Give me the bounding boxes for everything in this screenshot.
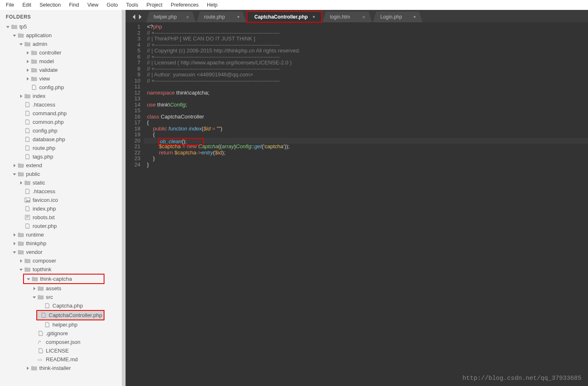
expand-arrow-icon[interactable] bbox=[19, 42, 23, 46]
file-icon bbox=[24, 215, 31, 220]
menu-goto[interactable]: Goto bbox=[102, 2, 122, 8]
folder-icon bbox=[31, 76, 37, 82]
file-item[interactable]: CaptchaController.php bbox=[37, 311, 104, 320]
tab-helper-php[interactable]: helper.php× bbox=[146, 12, 196, 22]
folder-item[interactable]: tp5 bbox=[0, 22, 125, 31]
menu-project[interactable]: Project bbox=[142, 2, 167, 8]
file-item[interactable]: tags.php bbox=[0, 152, 125, 161]
file-item[interactable]: .htaccess bbox=[0, 100, 125, 109]
file-item[interactable]: .gitignore bbox=[0, 329, 125, 338]
svg-text:<>: <> bbox=[38, 358, 43, 362]
expand-arrow-icon[interactable] bbox=[19, 259, 23, 263]
file-icon bbox=[24, 111, 31, 116]
close-icon[interactable]: × bbox=[181, 14, 189, 20]
menu-help[interactable]: Help bbox=[203, 2, 222, 8]
file-item[interactable]: .htaccess bbox=[0, 187, 125, 196]
folder-item[interactable]: validate bbox=[0, 66, 125, 74]
expand-arrow-icon[interactable] bbox=[19, 94, 23, 98]
folder-item[interactable]: think-installer bbox=[0, 364, 125, 372]
folder-item[interactable]: thinkphp bbox=[0, 239, 125, 248]
tab-route-php[interactable]: route.php• bbox=[197, 12, 246, 22]
file-item[interactable]: index.php bbox=[0, 204, 125, 213]
expand-arrow-icon[interactable] bbox=[26, 59, 30, 64]
file-item[interactable]: config.php bbox=[0, 126, 125, 135]
scrollbar[interactable] bbox=[122, 10, 125, 386]
file-icon bbox=[44, 322, 50, 328]
expand-arrow-icon[interactable] bbox=[12, 172, 17, 176]
tree-label: .htaccess bbox=[33, 102, 55, 108]
menu-view[interactable]: View bbox=[83, 2, 102, 8]
expand-arrow-icon[interactable] bbox=[26, 51, 30, 55]
expand-arrow-icon[interactable] bbox=[12, 250, 17, 254]
expand-arrow-icon[interactable] bbox=[26, 366, 30, 370]
code-editor[interactable]: 123456789101112131415161718192021222324 … bbox=[126, 22, 588, 386]
menu-edit[interactable]: Edit bbox=[18, 2, 36, 8]
folder-item[interactable]: application bbox=[0, 31, 125, 40]
folder-item[interactable]: src bbox=[0, 293, 125, 301]
file-icon bbox=[24, 197, 31, 203]
file-icon bbox=[24, 128, 31, 134]
folder-item[interactable]: static bbox=[0, 178, 125, 187]
folder-icon bbox=[31, 276, 38, 282]
folder-item[interactable]: model bbox=[0, 57, 125, 66]
folder-item[interactable]: public bbox=[0, 170, 125, 178]
tab-Login-php[interactable]: Login.php• bbox=[373, 12, 422, 22]
file-item[interactable]: <>README.md bbox=[0, 355, 125, 364]
expand-arrow-icon[interactable] bbox=[12, 242, 17, 246]
tab-nav-arrows[interactable] bbox=[128, 12, 146, 22]
tree-label: composer.json bbox=[46, 339, 81, 345]
folder-item[interactable]: admin bbox=[0, 40, 125, 48]
expand-arrow-icon[interactable] bbox=[12, 233, 17, 237]
folder-item[interactable]: assets bbox=[0, 284, 125, 293]
file-icon bbox=[24, 119, 31, 125]
expand-arrow-icon[interactable] bbox=[19, 268, 23, 272]
tab-login-htm[interactable]: login.htm× bbox=[322, 12, 372, 22]
file-item[interactable]: helper.php bbox=[0, 320, 125, 329]
folder-item[interactable]: composer bbox=[0, 256, 125, 265]
expand-arrow-icon[interactable] bbox=[26, 277, 31, 281]
tab-CaptchaController-php[interactable]: CaptchaController.php• bbox=[247, 12, 322, 22]
folder-item[interactable]: topthink bbox=[0, 265, 125, 274]
folder-item[interactable]: runtime bbox=[0, 230, 125, 239]
folder-item[interactable]: view bbox=[0, 74, 125, 83]
svg-text:/*: /* bbox=[38, 340, 41, 345]
menu-preferences[interactable]: Preferences bbox=[167, 2, 203, 8]
expand-arrow-icon[interactable] bbox=[12, 163, 17, 168]
code-content[interactable]: <?php// +-------------------------------… bbox=[144, 22, 588, 386]
file-item[interactable]: robots.txt bbox=[0, 213, 125, 222]
expand-arrow-icon[interactable] bbox=[26, 77, 30, 81]
tree-label: .htaccess bbox=[33, 188, 55, 194]
file-item[interactable]: command.php bbox=[0, 109, 125, 118]
folder-item[interactable]: think-captcha bbox=[24, 275, 104, 283]
file-item[interactable]: common.php bbox=[0, 118, 125, 126]
folder-item[interactable]: controller bbox=[0, 48, 125, 57]
file-item[interactable]: database.php bbox=[0, 135, 125, 144]
expand-arrow-icon[interactable] bbox=[32, 295, 36, 299]
menu-tools[interactable]: Tools bbox=[122, 2, 142, 8]
menu-find[interactable]: Find bbox=[65, 2, 83, 8]
expand-arrow-icon[interactable] bbox=[12, 33, 17, 38]
menu-file[interactable]: File bbox=[2, 2, 18, 8]
expand-arrow-icon[interactable] bbox=[32, 287, 36, 291]
menu-selection[interactable]: Selection bbox=[36, 2, 65, 8]
tree-label: think-captcha bbox=[40, 276, 72, 282]
close-icon[interactable]: × bbox=[357, 14, 365, 20]
file-item[interactable]: favicon.ico bbox=[0, 196, 125, 204]
file-item[interactable]: router.php bbox=[0, 222, 125, 230]
tree-label: LICENSE bbox=[46, 348, 69, 354]
tree-label: vendor bbox=[26, 249, 43, 255]
file-item[interactable]: config.php bbox=[0, 83, 125, 92]
expand-arrow-icon[interactable] bbox=[26, 68, 30, 72]
folder-item[interactable]: extend bbox=[0, 161, 125, 170]
folder-item[interactable]: vendor bbox=[0, 248, 125, 256]
expand-arrow-icon[interactable] bbox=[6, 25, 10, 29]
file-item[interactable]: /*composer.json bbox=[0, 338, 125, 346]
folder-item[interactable]: index bbox=[0, 92, 125, 100]
file-item[interactable]: route.php bbox=[0, 144, 125, 152]
tree-label: runtime bbox=[26, 232, 44, 238]
file-item[interactable]: Captcha.php bbox=[0, 301, 125, 310]
editor-area: helper.php×route.php•CaptchaController.p… bbox=[126, 10, 588, 386]
expand-arrow-icon[interactable] bbox=[19, 181, 23, 185]
file-item[interactable]: LICENSE bbox=[0, 346, 125, 355]
tree-label: helper.php bbox=[52, 322, 78, 328]
